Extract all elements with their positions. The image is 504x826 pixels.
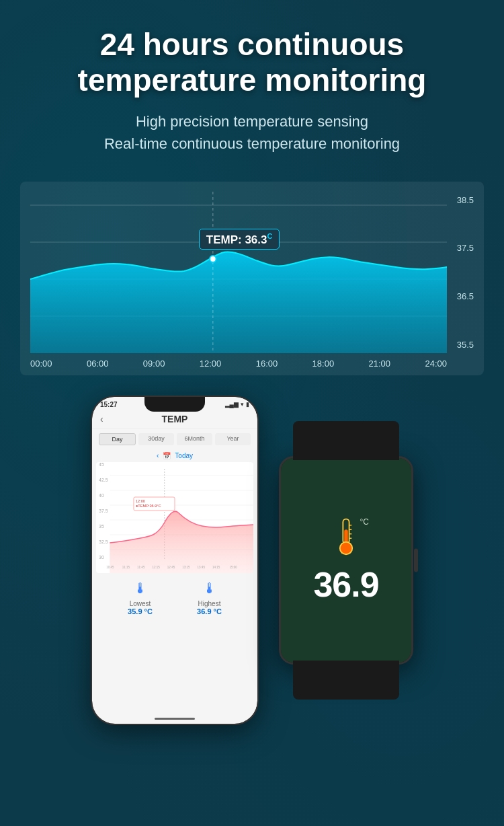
x-label-4: 16:00 — [256, 359, 278, 369]
thermometer-icon — [333, 516, 360, 556]
devices-section: 15:27 ▂▄▆ ▾ ▮ ‹ TEMP Day 30day 6Month Ye… — [0, 382, 504, 752]
svg-text:11:15: 11:15 — [122, 566, 130, 569]
subtitle: High precision temperature sensing Real-… — [27, 110, 477, 155]
svg-text:12:15: 12:15 — [152, 566, 160, 569]
watch-mockup: °C 36.9 — [279, 456, 413, 665]
phone-chart-svg: 12:00 ●TEMP:36.9°C 10:45 11:15 11:45 12:… — [96, 462, 253, 573]
x-label-7: 24:00 — [425, 359, 447, 369]
svg-text:●TEMP:36.9°C: ●TEMP:36.9°C — [136, 504, 161, 508]
chart-area: 38.5 37.5 36.5 35.5 — [30, 192, 474, 353]
tab-day[interactable]: Day — [99, 433, 136, 445]
chart-tooltip: TEMP: 36.3C — [199, 229, 280, 250]
temperature-chart: 38.5 37.5 36.5 35.5 — [20, 182, 484, 375]
chart-y-axis: 38.5 37.5 36.5 35.5 — [450, 192, 474, 353]
svg-text:12:00: 12:00 — [136, 499, 145, 503]
svg-point-5 — [210, 256, 216, 262]
phone-screen-title: TEMP — [162, 414, 188, 424]
thermometer-high-icon: 🌡 — [197, 580, 222, 597]
phone-nav-bar: ‹ TEMP — [92, 410, 257, 429]
phone-stats: 🌡 Lowest 35.9 °C 🌡 Highest 36.9 °C — [92, 573, 257, 622]
wifi-icon: ▾ — [241, 401, 244, 408]
stat-lowest: 🌡 Lowest 35.9 °C — [128, 580, 153, 615]
highest-label: Highest — [197, 600, 222, 607]
watch-screen: °C 36.9 — [281, 458, 411, 663]
lowest-value: 35.9 °C — [128, 607, 153, 615]
tab-6month[interactable]: 6Month — [177, 433, 212, 445]
lowest-label: Lowest — [128, 600, 153, 607]
phone-home-bar — [155, 718, 195, 720]
chart-svg — [30, 192, 447, 353]
watch-temperature-display: 36.9 — [313, 564, 378, 605]
svg-text:13:45: 13:45 — [198, 566, 206, 569]
phone-notch — [144, 397, 205, 412]
tab-30day[interactable]: 30day — [138, 433, 174, 445]
watch-band-bottom — [293, 661, 399, 700]
stat-highest: 🌡 Highest 36.9 °C — [197, 580, 222, 615]
x-label-0: 00:00 — [30, 359, 52, 369]
status-time: 15:27 — [100, 401, 118, 408]
phone-mockup: 15:27 ▂▄▆ ▾ ▮ ‹ TEMP Day 30day 6Month Ye… — [91, 396, 259, 725]
highest-value: 36.9 °C — [197, 607, 222, 615]
svg-text:10:45: 10:45 — [106, 566, 114, 569]
date-back-icon[interactable]: ‹ — [157, 452, 159, 459]
status-icons: ▂▄▆ ▾ ▮ — [225, 401, 249, 408]
phone-date-nav: ‹ 📅 Today — [92, 449, 257, 462]
svg-text:11:45: 11:45 — [137, 566, 145, 569]
x-label-2: 09:00 — [143, 359, 165, 369]
x-label-1: 06:00 — [87, 359, 109, 369]
svg-text:12:45: 12:45 — [167, 566, 175, 569]
calendar-icon: 📅 — [163, 452, 171, 459]
svg-text:13:15: 13:15 — [182, 566, 190, 569]
tab-year[interactable]: Year — [215, 433, 251, 445]
phone-tabs: Day 30day 6Month Year — [92, 429, 257, 449]
svg-text:15:00: 15:00 — [229, 566, 237, 569]
svg-point-27 — [340, 542, 352, 554]
chart-svg-container — [30, 192, 447, 353]
date-label: Today — [175, 452, 193, 459]
back-button[interactable]: ‹ — [100, 414, 103, 424]
y-label-4: 35.5 — [450, 340, 474, 350]
y-label-1: 38.5 — [450, 195, 474, 205]
svg-text:14:15: 14:15 — [212, 566, 220, 569]
x-label-3: 12:00 — [200, 359, 222, 369]
phone-screen: 15:27 ▂▄▆ ▾ ▮ ‹ TEMP Day 30day 6Month Ye… — [92, 397, 257, 724]
thermometer-low-icon: 🌡 — [128, 580, 153, 597]
phone-chart-area: 45 42.5 40 37.5 35 32.5 30 — [96, 462, 253, 573]
header-section: 24 hours continuous temperature monitori… — [0, 0, 504, 168]
x-label-5: 18:00 — [312, 359, 335, 369]
y-label-3: 36.5 — [450, 291, 474, 301]
chart-x-axis: 00:00 06:00 09:00 12:00 16:00 18:00 21:0… — [30, 353, 474, 375]
watch-celsius-label: °C — [360, 517, 369, 527]
y-label-2: 37.5 — [450, 243, 474, 253]
watch-band-top — [293, 421, 399, 460]
main-title: 24 hours continuous temperature monitori… — [27, 27, 477, 98]
watch-thermometer: °C — [333, 516, 360, 559]
phone-chart-y: 45 42.5 40 37.5 35 32.5 30 — [99, 462, 108, 560]
signal-icon: ▂▄▆ — [225, 401, 239, 408]
x-label-6: 21:00 — [369, 359, 391, 369]
battery-icon: ▮ — [246, 401, 249, 408]
watch-side-button — [414, 548, 418, 572]
